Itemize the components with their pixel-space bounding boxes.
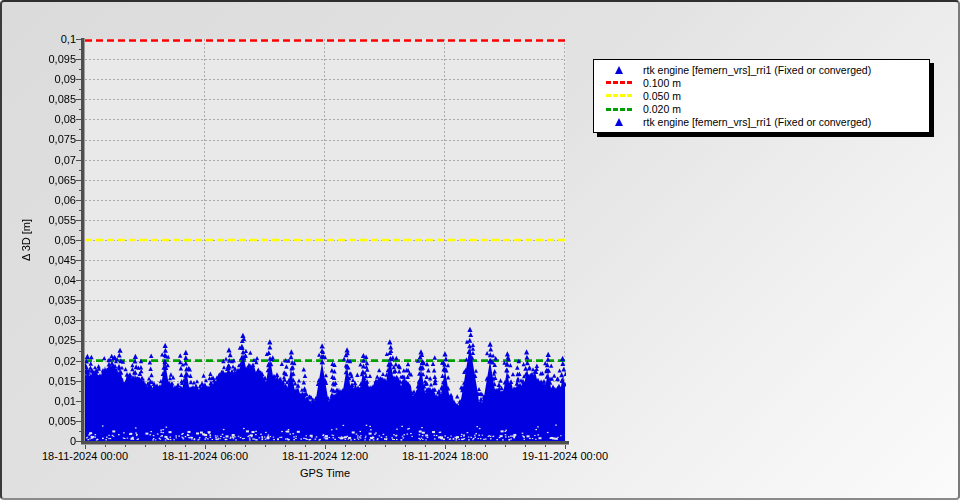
y-tick-label: 0,09 [32, 73, 76, 85]
x-tick-label: 18-11-2024 00:00 [20, 450, 150, 462]
y-tick-label: 0,03 [32, 314, 76, 326]
y-tick-label: 0 [32, 435, 76, 447]
legend-marker-dash-icon [599, 94, 639, 97]
legend-item: 0.050 m [599, 89, 924, 102]
y-tick-label: 0,065 [32, 174, 76, 186]
x-tick-label: 18-11-2024 06:00 [140, 450, 270, 462]
legend: rtk engine [femern_vrs]_rri1 (Fixed or c… [593, 59, 930, 133]
y-tick-label: 0,07 [32, 154, 76, 166]
dash-line-icon [606, 81, 632, 84]
y-tick-label: 0,085 [32, 93, 76, 105]
x-axis-line [81, 441, 569, 445]
legend-item-label: rtk engine [femern_vrs]_rri1 (Fixed or c… [643, 64, 924, 76]
legend-item: rtk engine [femern_vrs]_rri1 (Fixed or c… [599, 116, 924, 129]
y-tick-label: 0,095 [32, 53, 76, 65]
y-tick-label: 0,08 [32, 113, 76, 125]
dash-line-icon [606, 108, 632, 111]
y-tick-label: 0,005 [32, 415, 76, 427]
y-tick-label: 0,025 [32, 334, 76, 346]
x-tick-label: 18-11-2024 18:00 [380, 450, 510, 462]
legend-marker-dash-icon [599, 108, 639, 111]
y-tick-label: 0,06 [32, 194, 76, 206]
legend-marker-triangle-icon [599, 66, 639, 74]
legend-marker-triangle-icon [599, 118, 639, 126]
legend-item: 0.020 m [599, 103, 924, 116]
y-tick-label: 0,045 [32, 254, 76, 266]
y-tick-label: 0,055 [32, 214, 76, 226]
y-tick-label: 0,04 [32, 274, 76, 286]
y-tick-label: 0,035 [32, 294, 76, 306]
dash-line-icon [606, 94, 632, 97]
x-tick-label: 19-11-2024 00:00 [500, 450, 630, 462]
legend-item: 0.100 m [599, 76, 924, 89]
y-tick-label: 0,02 [32, 355, 76, 367]
y-tick-label: 0,1 [32, 33, 76, 45]
triangle-icon [615, 66, 623, 74]
y-tick-label: 0,01 [32, 395, 76, 407]
y-tick-label: 0,015 [32, 375, 76, 387]
legend-item: rtk engine [femern_vrs]_rri1 (Fixed or c… [599, 63, 924, 76]
chart-window: 0,10,0950,090,0850,080,0750,070,0650,060… [0, 0, 960, 500]
triangle-icon [615, 118, 623, 126]
y-axis-line [81, 38, 85, 444]
scatter-plot-canvas [85, 39, 566, 442]
y-tick-label: 0,05 [32, 234, 76, 246]
legend-item-label: rtk engine [femern_vrs]_rri1 (Fixed or c… [643, 116, 924, 128]
x-axis-title: GPS Time [85, 467, 565, 479]
plot-area [85, 39, 566, 442]
legend-item-label: 0.100 m [643, 77, 924, 89]
legend-marker-dash-icon [599, 81, 639, 84]
legend-item-label: 0.050 m [643, 90, 924, 102]
x-tick-label: 18-11-2024 12:00 [260, 450, 390, 462]
legend-item-label: 0.020 m [643, 103, 924, 115]
y-axis-title: Δ 3D [m] [20, 219, 32, 261]
y-tick-label: 0,075 [32, 133, 76, 145]
